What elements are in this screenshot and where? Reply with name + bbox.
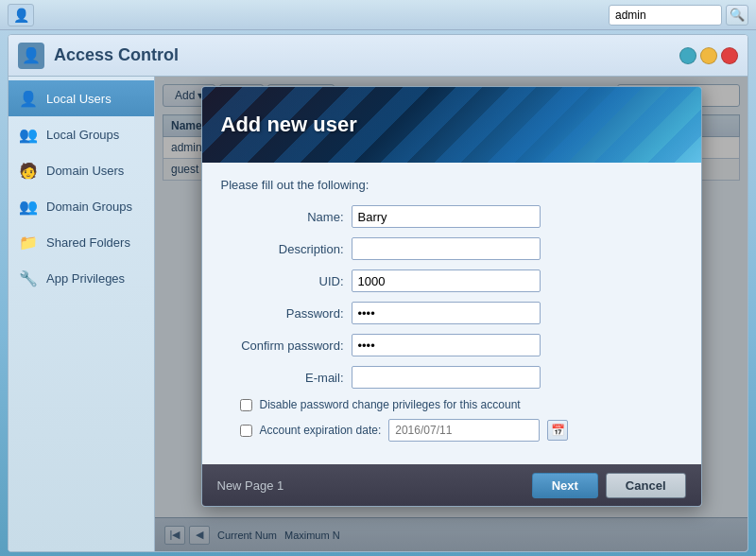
cancel-button[interactable]: Cancel	[606, 473, 686, 498]
app-icon: 👤	[8, 4, 34, 26]
sidebar-item-local-users[interactable]: 👤 Local Users	[9, 80, 154, 116]
sidebar-item-label: Domain Groups	[46, 200, 132, 214]
account-expiration-checkbox[interactable]	[240, 425, 252, 437]
footer-page-label: New Page 1	[217, 478, 284, 493]
calendar-icon[interactable]: 📅	[547, 420, 568, 441]
local-groups-icon: 👥	[18, 124, 39, 145]
next-button[interactable]: Next	[532, 473, 598, 498]
confirm-password-label: Confirm password:	[221, 339, 344, 353]
app-privileges-icon: 🔧	[18, 268, 39, 288]
window-icon: 👤	[18, 43, 44, 69]
search-input[interactable]	[609, 5, 722, 26]
top-bar-left: 👤	[8, 4, 34, 26]
modal-body: Please fill out the following: Name: Des…	[202, 163, 701, 464]
disable-password-label: Disable password change privileges for t…	[260, 398, 521, 411]
sidebar-item-label: Shared Folders	[46, 235, 130, 250]
email-label: E-mail:	[221, 371, 344, 385]
footer-buttons: Next Cancel	[532, 473, 686, 498]
window-controls	[679, 47, 738, 64]
content-area: Add ▾ Edit Remove Name ▲ Description Quo…	[155, 77, 747, 551]
disable-password-checkbox[interactable]	[240, 399, 252, 411]
sidebar: 👤 Local Users 👥 Local Groups 🧑 Domain Us…	[9, 77, 155, 551]
domain-groups-icon: 👥	[18, 196, 39, 217]
refresh-button[interactable]	[679, 47, 696, 64]
modal-footer: New Page 1 Next Cancel	[202, 464, 701, 506]
form-row-name: Name:	[221, 205, 682, 228]
form-row-email: E-mail:	[221, 366, 682, 389]
description-input[interactable]	[352, 237, 541, 260]
sidebar-item-domain-groups[interactable]: 👥 Domain Groups	[9, 188, 154, 224]
uid-label: UID:	[221, 274, 344, 288]
top-bar: 👤 🔍	[0, 0, 756, 30]
search-button[interactable]: 🔍	[726, 5, 748, 26]
sidebar-item-label: Local Users	[46, 92, 112, 106]
window-body: 👤 Local Users 👥 Local Groups 🧑 Domain Us…	[9, 77, 747, 551]
sidebar-item-label: Domain Users	[46, 164, 124, 178]
main-window: 👤 Access Control 👤 Local Users 👥 Local G…	[8, 34, 748, 552]
sidebar-item-shared-folders[interactable]: 📁 Shared Folders	[9, 224, 154, 260]
description-label: Description:	[221, 242, 344, 256]
sidebar-item-domain-users[interactable]: 🧑 Domain Users	[9, 152, 154, 188]
minimize-button[interactable]	[700, 47, 717, 64]
sidebar-item-label: Local Groups	[46, 128, 119, 142]
uid-input[interactable]	[352, 269, 541, 292]
modal-header: Add new user	[202, 87, 701, 163]
email-input[interactable]	[352, 366, 541, 389]
window-title: Access Control	[54, 45, 670, 65]
form-row-description: Description:	[221, 237, 682, 260]
add-user-modal: Add new user Please fill out the followi…	[201, 86, 702, 507]
name-input[interactable]	[352, 205, 541, 228]
local-users-icon: 👤	[18, 88, 39, 109]
modal-title: Add new user	[221, 113, 357, 137]
disable-password-row: Disable password change privileges for t…	[221, 398, 682, 411]
form-row-confirm-password: Confirm password:	[221, 334, 682, 356]
account-expiration-label: Account expiration date:	[260, 424, 382, 437]
search-box: 🔍	[609, 5, 748, 26]
domain-users-icon: 🧑	[18, 160, 39, 181]
sidebar-item-label: App Privileges	[46, 271, 125, 286]
confirm-password-input[interactable]	[352, 334, 541, 356]
account-expiration-row: Account expiration date: 📅	[221, 419, 682, 442]
password-label: Password:	[221, 306, 344, 321]
expiration-date-input[interactable]	[388, 419, 540, 442]
shared-folders-icon: 📁	[18, 232, 39, 252]
password-input[interactable]	[352, 302, 541, 324]
sidebar-item-local-groups[interactable]: 👥 Local Groups	[9, 116, 154, 152]
form-row-password: Password:	[221, 302, 682, 324]
sidebar-item-app-privileges[interactable]: 🔧 App Privileges	[9, 260, 154, 296]
close-button[interactable]	[721, 47, 738, 64]
modal-instruction: Please fill out the following:	[221, 178, 682, 192]
form-row-uid: UID:	[221, 269, 682, 292]
name-label: Name:	[221, 210, 344, 224]
window-title-bar: 👤 Access Control	[9, 35, 747, 77]
modal-overlay: Add new user Please fill out the followi…	[155, 77, 747, 551]
